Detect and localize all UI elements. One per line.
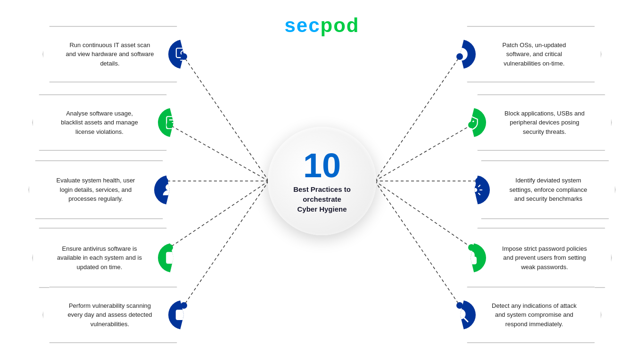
svg-point-29 [471, 260, 472, 262]
dot-r4 [468, 244, 475, 251]
dot-r1 [456, 53, 463, 60]
dot-r3 [475, 178, 482, 184]
card-r1: Patch OSs, un-updated software, and crit… [460, 26, 620, 82]
dot-l3 [162, 178, 168, 184]
card-l2-text: Analyse software usage, blacklist assets… [55, 109, 144, 137]
card-l5: Perform vulnerability scanning every day… [24, 287, 184, 343]
svg-line-1 [170, 125, 269, 181]
center-text: Best Practices to orchestrate Cyber Hygi… [293, 184, 351, 214]
svg-point-24 [180, 313, 182, 316]
svg-line-5 [375, 57, 460, 181]
dot-r2 [468, 122, 475, 128]
logo-sec: sec [284, 14, 320, 36]
svg-line-9 [375, 181, 460, 305]
card-r5: Detect any indications of attack and sys… [460, 287, 620, 343]
card-r3: Identify deviated system settings, enfor… [474, 160, 635, 219]
card-l1: Run continuous IT asset scan and view ha… [24, 26, 184, 82]
card-r4: Impose strict password policies and prev… [471, 228, 631, 288]
card-l3: Evaluate system health, user login detai… [9, 160, 170, 219]
card-l5-text: Perform vulnerability scanning every day… [65, 301, 155, 329]
card-r5-text: Detect any indications of attack and sys… [489, 301, 579, 329]
dot-l2 [166, 122, 173, 128]
card-l3-icon [154, 175, 183, 205]
logo-pod: pod [321, 14, 360, 36]
dot-l5 [181, 302, 187, 309]
svg-rect-23 [176, 310, 190, 320]
svg-point-27 [473, 188, 478, 192]
card-r3-text: Identify deviated system settings, enfor… [504, 176, 593, 204]
card-l4: Ensure antivirus software is available i… [13, 228, 173, 288]
svg-line-6 [375, 125, 471, 181]
card-r1-text: Patch OSs, un-updated software, and crit… [489, 41, 579, 68]
card-r4-text: Impose strict password policies and prev… [500, 244, 589, 272]
center-number: 10 [303, 148, 341, 182]
center-circle: 10 Best Practices to orchestrate Cyber H… [268, 127, 376, 235]
card-r2-text: Block applications, USBs and peripheral … [500, 109, 589, 137]
card-l3-text: Evaluate system health, user login detai… [51, 176, 140, 204]
dot-r5 [456, 302, 463, 309]
dot-l1 [181, 53, 187, 60]
svg-line-4 [184, 181, 269, 305]
svg-point-22 [171, 256, 175, 260]
svg-line-0 [184, 57, 269, 181]
card-l2-icon [158, 108, 187, 137]
card-l2: Analyse software usage, blacklist assets… [13, 94, 173, 151]
card-l1-text: Run continuous IT asset scan and view ha… [65, 41, 155, 68]
card-l4-text: Ensure antivirus software is available i… [55, 244, 144, 272]
svg-point-20 [167, 186, 170, 189]
svg-point-25 [183, 313, 186, 316]
logo: secpod [284, 14, 359, 37]
card-r2: Block applications, USBs and peripheral … [471, 94, 631, 151]
svg-point-18 [174, 124, 177, 127]
svg-line-3 [170, 181, 269, 247]
svg-line-8 [375, 181, 471, 247]
svg-line-31 [464, 318, 468, 322]
dot-l4 [166, 244, 173, 251]
svg-point-32 [458, 312, 462, 316]
